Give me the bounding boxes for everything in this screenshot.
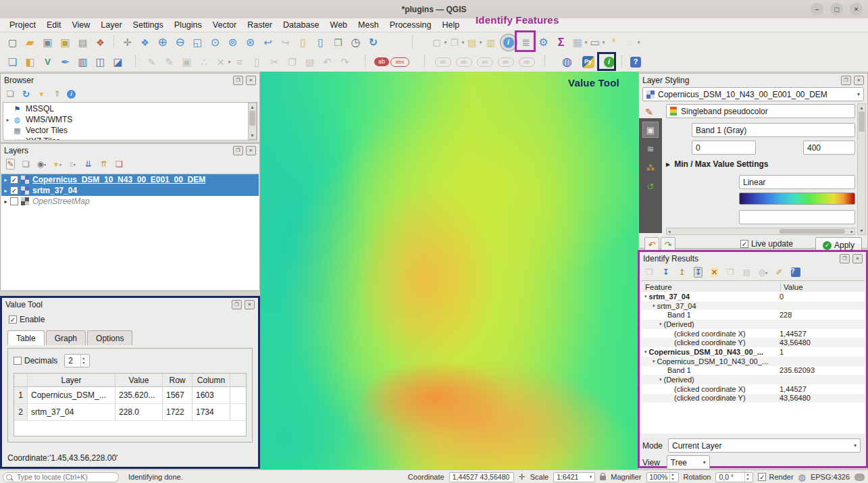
menu-help[interactable]: Help (436, 19, 465, 31)
messages-icon[interactable]: … (854, 474, 865, 481)
styling-layer-select[interactable]: Copernicus_DSM_10_N43_00_E001_00_DEM▾ (642, 87, 864, 101)
zoom-out-icon[interactable]: ⊖ (172, 34, 189, 51)
identify-result-row[interactable]: ▾srtm_37_04 (641, 301, 865, 311)
current-edits-icon[interactable]: ✎ (143, 53, 161, 71)
band-select[interactable]: Band 1 (Gray) (692, 123, 855, 137)
zoom-to-layer-icon[interactable]: ⊚ (224, 34, 242, 51)
render-checkbox[interactable]: Render (758, 473, 793, 481)
save-project-icon[interactable]: ▣ (39, 34, 57, 51)
refresh-map-icon[interactable]: ↻ (365, 34, 382, 51)
add-selected-layers-icon[interactable]: ❏ (5, 88, 16, 100)
raster-pyramids-icon[interactable]: ⁂ (643, 160, 658, 175)
identify-result-row[interactable]: ▾srtm_37_04 0 (641, 292, 865, 301)
collapse-tree-icon[interactable]: ↥ (676, 267, 688, 278)
pan-map-icon[interactable]: ✛ (119, 34, 136, 51)
redo-icon[interactable]: ↷ (336, 53, 354, 71)
pan-to-selection-icon[interactable]: ❖ (136, 34, 154, 51)
collapse-all-browser-icon[interactable]: ⇑ (51, 88, 63, 100)
raster-transparency-icon[interactable]: ≋ (643, 141, 658, 156)
temporal-controller-icon[interactable]: ◷ (347, 34, 365, 51)
locator-search[interactable] (3, 472, 119, 482)
menu-plugins[interactable]: Plugins (169, 19, 207, 31)
help-icon[interactable]: ? (627, 53, 644, 71)
menu-raster[interactable]: Raster (242, 19, 278, 31)
live-update-checkbox[interactable]: Live update (740, 239, 793, 249)
zoom-in-icon[interactable]: ⊕ (154, 34, 172, 51)
layer-item-copernicus[interactable]: ▸ Copernicus_DSM_10_N43_00_E001_00_DEM (1, 174, 259, 185)
cut-features-icon[interactable]: ✂ (266, 53, 284, 71)
open-field-calculator-icon[interactable]: ▦▾ (570, 34, 588, 51)
spin-arrows-icon[interactable]: ▴▾ (80, 355, 86, 366)
browser-item-wms[interactable]: ▸ ◍ WMS/WMTS (3, 114, 257, 125)
column-header-value[interactable]: Value (780, 283, 803, 291)
filter-browser-icon[interactable]: ▼ (36, 88, 47, 100)
mode-select[interactable]: Current Layer▾ (668, 438, 861, 453)
styling-vertical-scrollbar[interactable]: ▲ ▼ (857, 103, 866, 235)
close-panel-icon[interactable]: ✕ (246, 76, 256, 85)
highlight-pinned-labels-icon[interactable]: abc (390, 53, 409, 71)
add-record-icon[interactable]: ∴ (196, 53, 213, 71)
identify-help-icon[interactable]: ? (790, 267, 801, 278)
add-raster-layer-icon[interactable]: ◧ (22, 53, 39, 71)
zoom-last-icon[interactable]: ↩ (259, 34, 277, 51)
nominatim-search-icon[interactable]: ◌▾ (623, 34, 640, 51)
column-header-value[interactable]: Value (116, 374, 163, 386)
menu-edit[interactable]: Edit (41, 19, 67, 31)
select-features-icon[interactable]: ◻▾ (430, 34, 447, 51)
identify-result-row[interactable]: (clicked coordinate X) 1,44527 (641, 329, 865, 338)
rotation-spinbox[interactable]: 0,0 °▴▾ (715, 472, 753, 482)
menu-project[interactable]: Project (4, 19, 41, 31)
modify-attributes-icon[interactable]: ≡ (231, 53, 249, 71)
select-by-value-icon[interactable]: ▤▾ (465, 34, 482, 51)
print-response-icon[interactable]: ▤ (741, 267, 752, 278)
zoom-to-selection-icon[interactable]: ⊙ (207, 34, 224, 51)
toggle-editing-icon[interactable]: ✎ (161, 53, 178, 71)
column-header-feature[interactable]: Feature (641, 283, 780, 291)
column-header-column[interactable]: Column (193, 374, 230, 386)
add-spatialite-layer-icon[interactable]: ◫ (92, 53, 109, 71)
scroll-up-icon[interactable]: ▲ (249, 103, 256, 111)
float-panel-icon[interactable]: ❐ (840, 254, 850, 263)
new-bookmark-icon[interactable]: ▯ (295, 34, 312, 51)
add-delimited-text-icon[interactable]: ✒ (57, 53, 74, 71)
magnifier-spinbox[interactable]: 100%▴▾ (646, 472, 679, 482)
identify-result-row[interactable]: Band 1 228 (641, 310, 865, 320)
raster-history-icon[interactable]: ↺ (643, 179, 658, 194)
float-panel-icon[interactable]: ❐ (232, 300, 242, 309)
label-unit-suffix-input[interactable] (739, 210, 855, 224)
add-vector-layer-icon[interactable]: V (39, 53, 57, 71)
open-form-icon[interactable]: ❐ (644, 267, 655, 278)
float-panel-icon[interactable]: ❐ (841, 76, 851, 85)
float-panel-icon[interactable]: ❐ (233, 146, 243, 155)
undo-icon[interactable]: ↶ (319, 53, 336, 71)
save-edits-icon[interactable]: ▣ (178, 53, 196, 71)
manage-map-themes-icon[interactable]: ◉▾ (36, 159, 47, 170)
color-ramp[interactable] (739, 193, 855, 205)
identify-result-row[interactable]: (clicked coordinate X) 1,44527 (641, 384, 865, 394)
menu-web[interactable]: Web (325, 19, 353, 31)
browser-scrollbar[interactable]: ▲ ▼ (248, 103, 257, 140)
clear-results-icon[interactable]: ✕ (709, 267, 720, 278)
map-canvas[interactable] (260, 72, 638, 469)
lock-icon[interactable] (600, 476, 606, 480)
min-input[interactable]: 0 (692, 141, 756, 155)
styling-horizontal-scrollbar[interactable]: ◂ ▸ (666, 228, 855, 235)
tab-graph[interactable]: Graph (46, 330, 86, 345)
close-panel-icon[interactable]: ✕ (246, 146, 256, 155)
close-panel-icon[interactable]: ✕ (852, 254, 863, 263)
vertex-tool-icon[interactable]: ✕▾ (213, 53, 231, 71)
coordinate-input[interactable]: 1,44527 43,56480 (449, 472, 514, 482)
minimize-button[interactable]: – (811, 3, 823, 16)
show-unplaced-labels-icon[interactable]: ab (373, 53, 390, 71)
browser-item-xyz-tiles[interactable]: ▾ ∷ XYZ Tiles (3, 136, 257, 141)
scale-select[interactable]: 1:6421▾ (553, 472, 595, 482)
renderer-select[interactable]: Singleband pseudocolor (666, 104, 855, 118)
menu-database[interactable]: Database (278, 19, 325, 31)
symbology-brush-icon[interactable]: ✎ (642, 105, 657, 120)
crs-status[interactable]: EPSG:4326 (811, 473, 850, 481)
menu-layer[interactable]: Layer (95, 19, 127, 31)
view-select[interactable]: Tree▾ (667, 455, 710, 469)
style-manager-icon[interactable]: ❖ (92, 34, 109, 51)
new-project-icon[interactable]: ▢ (4, 34, 22, 51)
identify-result-row[interactable]: ▾(Derived) (641, 320, 865, 329)
